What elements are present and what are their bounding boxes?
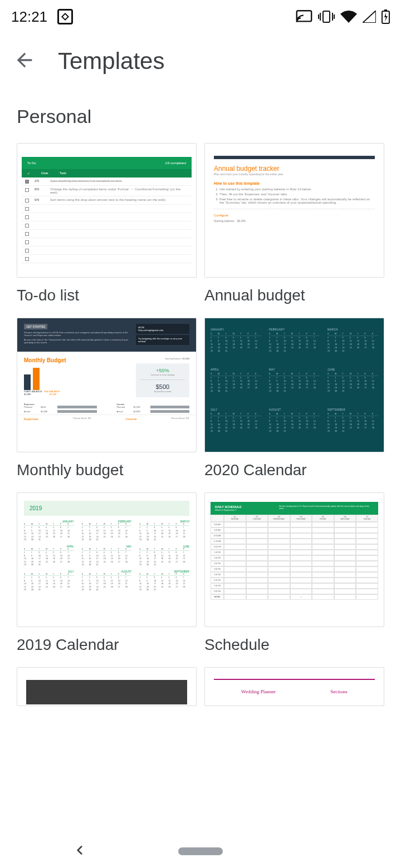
template-card[interactable] (17, 667, 197, 706)
back-button[interactable] (13, 49, 36, 73)
status-bar: 12:21 (0, 0, 401, 33)
cast-icon (296, 10, 312, 23)
template-preview: Wedding PlannerSections (204, 667, 384, 706)
template-label: Annual budget (204, 287, 384, 304)
arrow-left-icon (13, 49, 36, 71)
template-preview: 2019 JANUARYSMTWTFS123456789101112131415… (17, 492, 197, 627)
cellular-icon (363, 11, 376, 23)
system-nav-bar (0, 835, 401, 868)
battery-charging-icon (382, 9, 390, 24)
template-card-monthly-budget[interactable]: GET STARTED Set your starting balance in… (17, 318, 197, 479)
template-card-2020-calendar[interactable]: JANUARYSMTWTFS12345678910111213141516171… (204, 318, 384, 479)
nav-home-pill[interactable] (178, 847, 223, 855)
template-label: 2020 Calendar (204, 461, 384, 479)
svg-rect-0 (297, 11, 311, 21)
template-preview: To Do1/3 completed ✓DateTask 2/0Type any… (17, 143, 197, 278)
template-label: Schedule (204, 636, 384, 654)
template-preview: Annual budget tracker Plan and track you… (204, 143, 384, 278)
chevron-left-icon (72, 843, 87, 857)
svg-rect-1 (323, 11, 330, 22)
template-card[interactable]: Wedding PlannerSections (204, 667, 384, 706)
status-icons (296, 9, 390, 24)
template-label: Monthly budget (17, 461, 197, 479)
template-card-schedule[interactable]: DAILY SCHEDULEWeek of September 1 Set th… (204, 492, 384, 654)
template-card-annual-budget[interactable]: Annual budget tracker Plan and track you… (204, 143, 384, 304)
template-card-2019-calendar[interactable]: 2019 JANUARYSMTWTFS123456789101112131415… (17, 492, 197, 654)
wifi-icon (340, 11, 357, 23)
app-bar: Templates (0, 33, 401, 89)
template-label: To-do list (17, 287, 197, 304)
vibrate-icon (318, 10, 335, 23)
template-preview (17, 667, 197, 706)
template-grid: To Do1/3 completed ✓DateTask 2/0Type any… (0, 133, 401, 706)
screenshot-indicator-icon (57, 9, 73, 24)
svg-rect-7 (384, 9, 387, 11)
template-preview: DAILY SCHEDULEWeek of September 1 Set th… (204, 492, 384, 627)
template-preview: JANUARYSMTWTFS12345678910111213141516171… (204, 318, 384, 452)
template-label: 2019 Calendar (17, 636, 197, 654)
template-card-todo[interactable]: To Do1/3 completed ✓DateTask 2/0Type any… (17, 143, 197, 304)
status-time: 12:21 (11, 8, 47, 26)
section-header: Personal (0, 89, 401, 133)
page-title: Templates (58, 48, 164, 75)
nav-back-button[interactable] (72, 843, 87, 860)
template-preview: GET STARTED Set your starting balance in… (17, 318, 197, 452)
